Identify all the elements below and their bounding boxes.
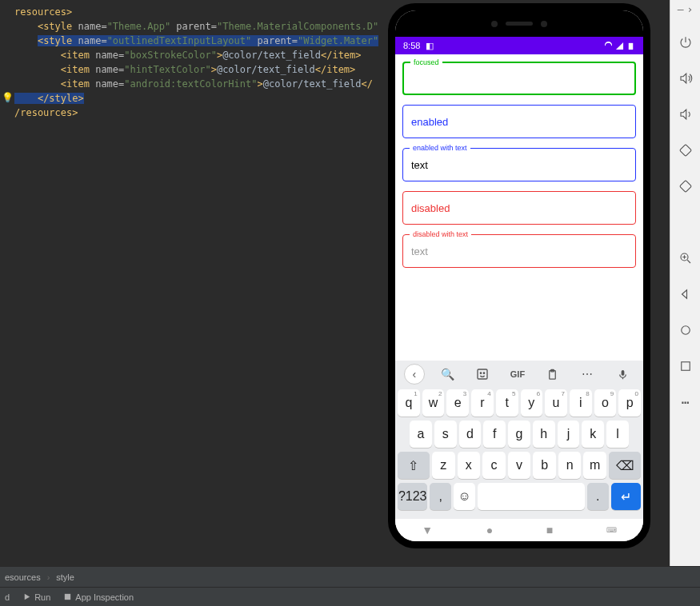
volume-up-icon[interactable]: [677, 70, 694, 87]
camera-icon[interactable]: [677, 213, 694, 231]
field-label: focused: [410, 58, 442, 67]
device-notch: [395, 10, 643, 37]
key-enter[interactable]: ↵: [611, 483, 641, 510]
key-c[interactable]: c: [482, 452, 506, 479]
field-label: disabled with text: [410, 229, 471, 239]
nav-kb-icon[interactable]: ⌨: [606, 526, 617, 534]
power-icon[interactable]: [677, 34, 694, 51]
app-body: focused enabled enabled with text disabl…: [395, 54, 643, 361]
svg-rect-5: [629, 42, 634, 49]
window-controls: – ›: [678, 3, 694, 15]
svg-point-3: [681, 326, 690, 335]
key-space[interactable]: [478, 483, 585, 510]
kb-gif-button[interactable]: GIF: [506, 362, 530, 386]
key-p[interactable]: p0: [618, 389, 641, 417]
more-icon[interactable]: ⋯: [677, 393, 694, 411]
key-symbols[interactable]: ?123: [398, 483, 427, 510]
rotate-left-icon[interactable]: [677, 142, 694, 159]
svg-rect-0: [679, 145, 691, 157]
key-n[interactable]: n: [558, 452, 582, 479]
key-h[interactable]: h: [533, 421, 555, 448]
svg-rect-4: [681, 362, 690, 371]
emulator-device: 8:58 ◧ focused enabled enabled with text: [388, 3, 650, 548]
key-d[interactable]: d: [459, 421, 482, 448]
home-icon[interactable]: [677, 321, 694, 339]
key-period[interactable]: .: [587, 483, 609, 510]
field-label: enabled with text: [410, 143, 470, 153]
minimize-icon[interactable]: –: [678, 3, 684, 15]
overview-icon[interactable]: [677, 357, 694, 375]
breadcrumb-item[interactable]: esources: [5, 572, 41, 582]
key-r[interactable]: r4: [471, 389, 494, 417]
key-z[interactable]: z: [432, 452, 455, 479]
enabled-text-input[interactable]: [411, 159, 627, 171]
android-navbar: ▼ ● ■ ⌨: [395, 519, 643, 541]
svg-point-7: [481, 373, 482, 373]
key-w[interactable]: w2: [422, 389, 445, 417]
key-v[interactable]: v: [508, 452, 531, 479]
key-j[interactable]: j: [558, 421, 580, 448]
rotate-right-icon[interactable]: [677, 177, 694, 195]
key-l[interactable]: l: [606, 421, 629, 448]
kb-search-icon[interactable]: 🔍: [436, 362, 460, 386]
kb-back-icon[interactable]: ‹: [404, 364, 425, 385]
key-backspace[interactable]: ⌫: [609, 452, 641, 479]
kb-clipboard-icon[interactable]: [541, 362, 565, 386]
nav-home-icon[interactable]: ●: [486, 524, 493, 536]
key-e[interactable]: e3: [446, 389, 469, 417]
breadcrumb-item[interactable]: style: [56, 572, 74, 582]
key-shift[interactable]: ⇧: [398, 452, 430, 479]
key-a[interactable]: a: [410, 421, 432, 448]
key-emoji[interactable]: ☺: [454, 483, 475, 510]
nav-back-icon[interactable]: ▼: [422, 524, 433, 536]
key-k[interactable]: k: [582, 421, 604, 448]
key-o[interactable]: o9: [594, 389, 617, 417]
key-t[interactable]: t5: [496, 389, 518, 417]
enabled-text-field[interactable]: enabled with text: [402, 148, 636, 181]
key-g[interactable]: g: [508, 421, 530, 448]
ide-bottom-toolbar: d Run App Inspection: [0, 587, 700, 606]
kb-more-icon[interactable]: ⋯: [575, 362, 599, 386]
build-tab[interactable]: d: [5, 592, 10, 602]
breadcrumb: esources › style: [0, 566, 700, 587]
key-comma[interactable]: ,: [430, 483, 451, 510]
key-x[interactable]: x: [458, 452, 481, 479]
key-b[interactable]: b: [533, 452, 556, 479]
volume-down-icon[interactable]: [677, 106, 694, 123]
nav-overview-icon[interactable]: ■: [546, 524, 553, 536]
disabled-text-field[interactable]: disabled with text: [402, 234, 636, 268]
svg-rect-12: [65, 594, 70, 600]
disabled-field[interactable]: disabled: [402, 191, 636, 225]
key-m[interactable]: m: [583, 452, 606, 479]
kb-mic-icon[interactable]: [610, 362, 634, 386]
status-icons: [604, 42, 635, 50]
expand-icon[interactable]: ›: [687, 3, 694, 15]
field-hint: disabled: [411, 202, 450, 214]
key-y[interactable]: y6: [521, 389, 543, 417]
field-hint: enabled: [411, 116, 448, 128]
key-f[interactable]: f: [483, 421, 506, 448]
status-bar: 8:58 ◧: [395, 37, 643, 54]
kb-sticker-icon[interactable]: [470, 362, 494, 386]
emulator-toolbar: – › ⋯: [670, 0, 700, 566]
lightbulb-icon[interactable]: 💡: [2, 92, 14, 103]
clock: 8:58: [403, 41, 420, 50]
app-inspection-tab[interactable]: App Inspection: [63, 592, 134, 602]
focused-input[interactable]: [412, 73, 626, 85]
svg-rect-1: [679, 181, 691, 193]
zoom-icon[interactable]: [677, 249, 694, 267]
key-u[interactable]: u7: [545, 389, 567, 417]
disabled-text-input[interactable]: [411, 245, 627, 257]
svg-point-8: [484, 373, 485, 373]
run-tab[interactable]: Run: [22, 592, 50, 602]
svg-rect-6: [478, 369, 487, 379]
back-icon[interactable]: [677, 285, 694, 303]
key-q[interactable]: q1: [398, 389, 420, 417]
key-s[interactable]: s: [434, 421, 457, 448]
soft-keyboard: ‹ 🔍 GIF ⋯ q1w2e3r4t5y6u7i8o9p0 asdfghjkl…: [395, 361, 643, 519]
key-i[interactable]: i8: [570, 389, 592, 417]
svg-rect-11: [621, 369, 624, 375]
focused-field[interactable]: focused: [402, 62, 636, 95]
enabled-field[interactable]: enabled: [402, 105, 636, 138]
